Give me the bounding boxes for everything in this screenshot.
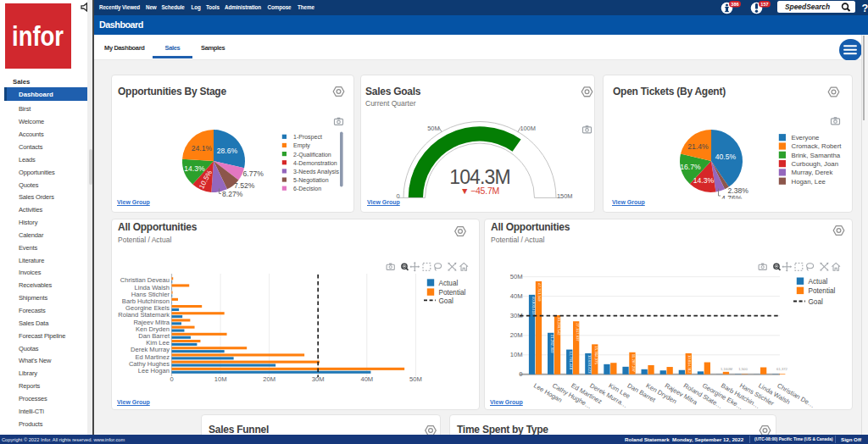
- svg-text:?: ?: [862, 2, 868, 14]
- svg-text:386: 386: [731, 2, 738, 7]
- svg-text:SpeedSearch: SpeedSearch: [785, 3, 830, 11]
- svg-text:157: 157: [760, 2, 768, 7]
- svg-text:infor: infor: [12, 19, 64, 52]
